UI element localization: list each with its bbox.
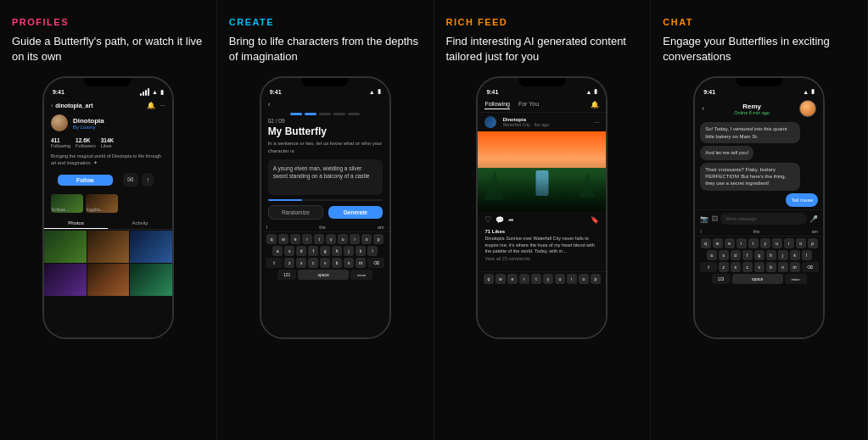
key-feed-q[interactable]: q (484, 274, 494, 284)
key-chat-p[interactable]: p (808, 238, 818, 248)
back-icon-4[interactable]: ‹ (702, 104, 704, 113)
key-chat-j[interactable]: j (778, 250, 788, 260)
bookmark-icon[interactable]: 🔖 (591, 216, 599, 224)
key-chat-b[interactable]: b (766, 262, 776, 272)
key-chat-c[interactable]: c (742, 262, 753, 272)
key-feed-i[interactable]: i (567, 274, 577, 284)
more-icon-3[interactable]: ··· (594, 119, 600, 126)
key-o[interactable]: o (361, 234, 372, 244)
key-chat-d[interactable]: d (731, 250, 741, 260)
key-e[interactable]: e (290, 234, 300, 244)
key-s[interactable]: s (284, 246, 294, 256)
key-feed-p[interactable]: p (591, 274, 601, 284)
key-feed-y[interactable]: y (543, 274, 553, 284)
key-m[interactable]: m (356, 258, 366, 268)
follow-button[interactable]: Follow (58, 175, 113, 186)
key-f[interactable]: f (308, 246, 318, 256)
key-chat-r[interactable]: r (736, 238, 747, 248)
key-feed-o[interactable]: o (579, 274, 589, 284)
key-chat-m[interactable]: m (790, 262, 800, 272)
key-k[interactable]: k (356, 246, 366, 256)
tab-following[interactable]: Following (484, 101, 510, 109)
key-chat-z[interactable]: z (719, 262, 729, 272)
key-space[interactable]: space (298, 270, 349, 280)
more-icon[interactable]: ··· (160, 102, 165, 109)
character-textarea[interactable]: A young elven man, wielding a silver swo… (268, 159, 383, 195)
key-i[interactable]: i (350, 234, 360, 244)
message-input[interactable]: Write message (720, 213, 807, 225)
key-j[interactable]: j (344, 246, 354, 256)
share-icon-3[interactable]: ➦ (508, 216, 514, 224)
back-icon[interactable]: ‹ (51, 103, 53, 109)
tab-photos[interactable]: Photos (44, 218, 109, 229)
key-chat-u[interactable]: u (772, 238, 782, 248)
key-feed-u[interactable]: u (555, 274, 565, 284)
kb-word-1[interactable]: I (266, 225, 268, 230)
key-chat-x[interactable]: x (731, 262, 741, 272)
key-chat-k[interactable]: k (790, 250, 800, 260)
randomize-button[interactable]: Randomize (268, 205, 324, 220)
key-p[interactable]: p (373, 234, 384, 244)
key-g[interactable]: g (320, 246, 330, 256)
key-chat-w[interactable]: w (713, 238, 723, 248)
key-r[interactable]: r (302, 234, 312, 244)
key-chat-s[interactable]: s (719, 250, 729, 260)
key-x[interactable]: x (296, 258, 306, 268)
key-chat-t[interactable]: t (748, 238, 759, 248)
tab-foryou[interactable]: For You (518, 101, 539, 109)
key-a[interactable]: a (272, 246, 283, 256)
key-chat-g[interactable]: g (754, 250, 764, 260)
kb-word-4-2[interactable]: the (753, 229, 760, 234)
camera-icon[interactable]: 📷 (700, 215, 708, 223)
key-123[interactable]: 123 (277, 270, 296, 280)
key-chat-e[interactable]: e (725, 238, 735, 248)
key-z[interactable]: z (284, 258, 294, 268)
key-chat-o[interactable]: o (796, 238, 806, 248)
bell-icon-3[interactable]: 🔔 (591, 101, 599, 109)
key-v[interactable]: v (320, 258, 330, 268)
key-u[interactable]: u (338, 234, 348, 244)
key-chat-v[interactable]: v (754, 262, 764, 272)
message-icon[interactable]: ✉ (123, 173, 138, 187)
key-chat-q[interactable]: q (701, 238, 711, 248)
kb-word-3[interactable]: am (378, 225, 384, 230)
key-l[interactable]: l (367, 246, 378, 256)
key-b[interactable]: b (332, 258, 342, 268)
key-backspace[interactable]: ⌫ (367, 258, 384, 268)
kb-word-4-1[interactable]: I (700, 229, 702, 234)
key-h[interactable]: h (332, 246, 342, 256)
key-chat-backspace[interactable]: ⌫ (802, 262, 819, 272)
key-chat-space[interactable]: space (732, 274, 783, 284)
key-chat-h[interactable]: h (766, 250, 776, 260)
key-c[interactable]: c (308, 258, 318, 268)
bell-icon[interactable]: 🔔 (147, 102, 155, 109)
key-return[interactable]: return (350, 270, 372, 280)
view-comments[interactable]: View all 23 comments (478, 256, 606, 265)
key-chat-i[interactable]: i (784, 238, 794, 248)
key-t[interactable]: t (314, 234, 324, 244)
mic-icon[interactable]: 🎤 (809, 215, 818, 223)
key-chat-shift[interactable]: ⇧ (700, 262, 717, 272)
key-feed-r[interactable]: r (519, 274, 529, 284)
back-icon-2[interactable]: ‹ (268, 100, 271, 109)
heart-icon[interactable]: ♡ (484, 215, 491, 224)
key-w[interactable]: w (278, 234, 288, 244)
key-q[interactable]: q (266, 234, 277, 244)
key-d[interactable]: d (296, 246, 306, 256)
key-chat-123[interactable]: 123 (712, 274, 731, 284)
key-feed-e[interactable]: e (507, 274, 518, 284)
key-feed-w[interactable]: w (496, 274, 506, 284)
key-shift[interactable]: ⇧ (266, 258, 283, 268)
kb-word-4-3[interactable]: am (811, 229, 818, 234)
key-chat-n[interactable]: n (778, 262, 788, 272)
share-icon[interactable]: ↑ (142, 173, 154, 187)
key-feed-t[interactable]: t (531, 274, 541, 284)
key-y[interactable]: y (326, 234, 336, 244)
key-chat-f[interactable]: f (742, 250, 753, 260)
generate-button[interactable]: Generate (328, 206, 383, 219)
key-chat-return[interactable]: return (785, 274, 807, 284)
key-n[interactable]: n (344, 258, 354, 268)
kb-word-2[interactable]: the (319, 225, 326, 230)
image-icon[interactable]: 🖼 (711, 215, 718, 223)
key-chat-l[interactable]: l (802, 250, 812, 260)
